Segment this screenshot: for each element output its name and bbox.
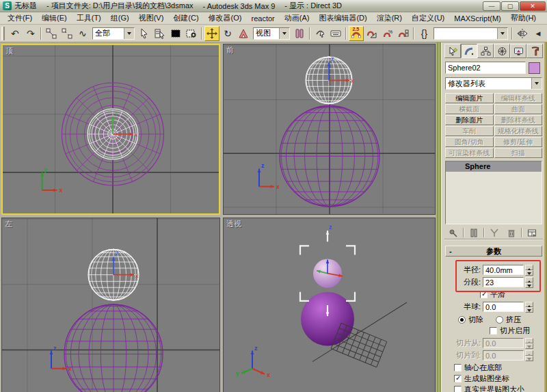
window-crossing-button[interactable] <box>184 26 199 41</box>
tab-display[interactable] <box>510 44 526 58</box>
stack-item-sphere[interactable]: Sphere <box>446 161 542 172</box>
object-color-swatch[interactable] <box>529 62 540 74</box>
tab-create[interactable] <box>444 44 461 58</box>
menu-tools[interactable]: 工具(T) <box>72 12 106 25</box>
tab-motion[interactable] <box>494 44 510 58</box>
edit-patch-button[interactable]: 编辑面片 <box>445 93 494 103</box>
bind-to-spacewarp-button[interactable]: ∿ <box>75 26 90 41</box>
pin-stack-button[interactable] <box>446 227 461 239</box>
menu-help[interactable]: 帮助(H) <box>506 12 541 25</box>
select-and-link-button[interactable] <box>44 26 59 41</box>
spinner-down-icon[interactable] <box>525 283 533 288</box>
lathe-button[interactable]: 车削 <box>445 126 494 136</box>
select-and-scale-button[interactable] <box>236 26 251 41</box>
reference-coordinate-dropdown[interactable]: 视图 <box>253 27 290 40</box>
dropdown-arrow-icon[interactable] <box>124 28 134 39</box>
tab-utilities[interactable] <box>526 44 543 58</box>
undo-button[interactable]: ↶ <box>8 26 23 41</box>
delete-patch-button[interactable]: 删除面片 <box>445 115 494 125</box>
viewport-canvas-persp[interactable]: zzxy <box>224 218 435 392</box>
viewport-top[interactable]: xyyx 顶 <box>1 44 220 215</box>
dropdown-arrow-icon[interactable] <box>531 78 542 89</box>
spinner-up-icon[interactable] <box>525 302 533 307</box>
renderable-spline-button[interactable]: 可渲染样条线 <box>445 148 494 158</box>
select-and-rotate-button[interactable]: ↻ <box>220 26 235 41</box>
delete-spline-button[interactable]: 删除样条线 <box>494 115 543 125</box>
menu-modifiers[interactable]: 修改器(O) <box>204 12 247 25</box>
base-to-pivot-checkbox[interactable]: 轴心在底部 <box>454 363 543 372</box>
spinner-up-icon[interactable] <box>525 265 533 270</box>
select-and-manipulate-button[interactable] <box>312 26 328 41</box>
fillet-chamfer-button[interactable]: 圆角/切角 <box>445 137 494 147</box>
angle-snap-button[interactable] <box>364 26 379 41</box>
radius-field[interactable] <box>483 265 524 275</box>
redo-button[interactable]: ↷ <box>23 26 38 41</box>
generate-mapping-coords-checkbox[interactable]: 生成贴图坐标 <box>454 374 543 383</box>
hemisphere-spinner[interactable] <box>525 302 533 313</box>
spinner-snap-button[interactable] <box>396 26 411 41</box>
hemisphere-field[interactable] <box>483 302 524 312</box>
real-world-map-size-checkbox[interactable]: 真实世界贴图大小 <box>454 385 543 392</box>
viewport-canvas-front[interactable]: xzzx <box>224 44 435 214</box>
surface-button[interactable]: 曲面 <box>494 104 543 114</box>
select-object-button[interactable] <box>137 26 152 41</box>
viewport-perspective[interactable]: zzxy 透视 <box>223 218 436 392</box>
normalize-spline-button[interactable]: 规格化样条线 <box>494 126 543 136</box>
modifier-list-dropdown[interactable]: 修改器列表 <box>445 77 542 90</box>
use-pivot-center-button[interactable] <box>292 26 307 41</box>
tab-hierarchy[interactable] <box>477 44 494 58</box>
dropdown-arrow-icon[interactable] <box>497 28 507 39</box>
menu-customize[interactable]: 自定义(U) <box>407 12 449 25</box>
mirror-button[interactable] <box>515 26 530 41</box>
tab-modify[interactable] <box>461 44 477 58</box>
edit-named-selection-sets-button[interactable]: {} <box>416 26 431 41</box>
menu-maxscript[interactable]: MAXScript(M) <box>449 13 505 24</box>
viewport-left[interactable]: xzzx 左 <box>1 218 220 392</box>
segments-field[interactable] <box>483 277 524 287</box>
menu-graph-editors[interactable]: 图表编辑器(D) <box>314 12 371 25</box>
trim-extend-button[interactable]: 修剪/延伸 <box>494 137 543 147</box>
viewport-front[interactable]: xzzx 前 <box>223 44 436 215</box>
menu-create[interactable]: 创建(C) <box>168 12 203 25</box>
menu-group[interactable]: 组(G) <box>106 12 134 25</box>
squash-radio[interactable]: 挤压 <box>496 315 521 325</box>
select-and-move-button[interactable] <box>204 26 219 41</box>
spinner-down-icon[interactable] <box>525 270 533 276</box>
menu-edit[interactable]: 编辑(E) <box>37 12 72 25</box>
selection-filter-dropdown[interactable]: 全部 <box>92 27 135 40</box>
slice-on-checkbox[interactable]: 切片启用 <box>490 326 543 335</box>
maximize-button[interactable]: ▢ <box>501 1 519 11</box>
menu-file[interactable]: 文件(F) <box>3 12 37 25</box>
dropdown-arrow-icon[interactable] <box>279 28 289 39</box>
toolbar-grip[interactable] <box>1 27 5 40</box>
menu-animation[interactable]: 动画(A) <box>280 12 315 25</box>
remove-modifier-button[interactable] <box>504 227 519 239</box>
named-selection-dropdown[interactable] <box>433 27 508 40</box>
select-by-name-button[interactable] <box>152 26 168 41</box>
viewport-canvas-left[interactable]: xzzx <box>2 218 219 392</box>
menu-reactor[interactable]: reactor <box>247 13 280 24</box>
percent-snap-button[interactable]: % <box>380 26 395 41</box>
radius-spinner[interactable] <box>525 265 533 276</box>
keyboard-shortcut-override-button[interactable] <box>328 26 343 41</box>
object-name-field[interactable] <box>445 62 526 74</box>
show-end-result-button[interactable] <box>466 227 481 239</box>
rectangular-selection-region-button[interactable] <box>168 26 183 41</box>
menu-rendering[interactable]: 渲染(R) <box>372 12 407 25</box>
viewport-canvas-top[interactable]: xyyx <box>3 45 219 213</box>
segments-spinner[interactable] <box>525 277 533 288</box>
edit-spline-button[interactable]: 编辑样条线 <box>494 93 543 103</box>
sweep-button[interactable]: 扫描 <box>494 148 543 158</box>
toolbar-scroll-left-icon[interactable]: ◀ <box>531 26 546 41</box>
parameters-rollout-header[interactable]: - 参数 <box>445 246 542 257</box>
chop-radio[interactable]: 切除 <box>458 315 483 325</box>
smooth-checkbox[interactable]: 平滑 <box>480 290 543 299</box>
spinner-down-icon[interactable] <box>525 307 533 313</box>
cross-section-button[interactable]: 横截面 <box>445 104 494 114</box>
modifier-stack-list[interactable]: Sphere <box>445 161 542 224</box>
minimize-button[interactable]: — <box>483 1 501 11</box>
menu-views[interactable]: 视图(V) <box>134 12 169 25</box>
make-unique-button[interactable] <box>487 227 502 239</box>
configure-modifier-sets-button[interactable] <box>524 227 539 239</box>
spinner-up-icon[interactable] <box>525 277 533 283</box>
